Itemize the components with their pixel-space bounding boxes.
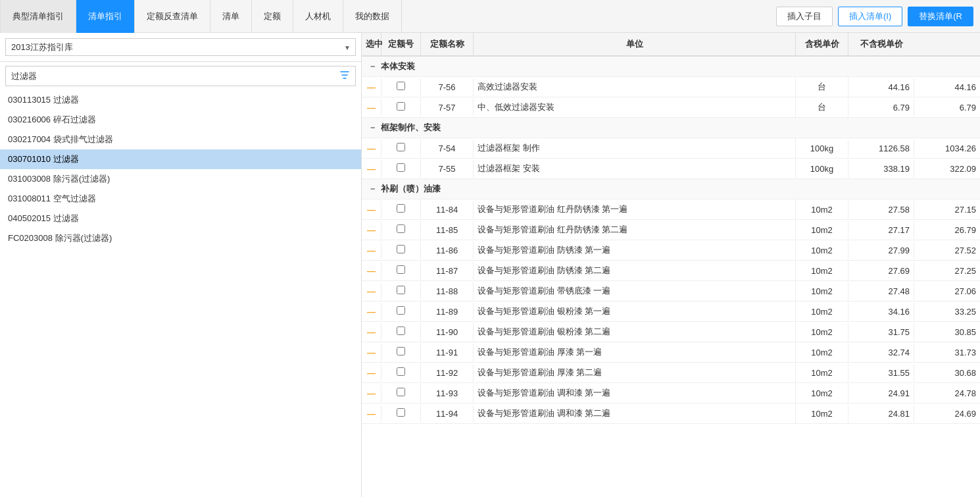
row-checkbox[interactable] (397, 245, 405, 253)
table-row: — 11-86 设备与矩形管道刷油 防锈漆 第一遍 10m2 27.99 27.… (362, 240, 980, 261)
row-checkbox[interactable] (397, 306, 405, 315)
row-quota-no: 11-90 (421, 323, 474, 341)
row-unit: 10m2 (796, 262, 848, 280)
row-checkbox-cell (381, 282, 421, 300)
th-quota-name: 定额名称 (421, 33, 474, 55)
th-quota-no: 定额号 (381, 33, 421, 55)
row-notax-price: 33.25 (914, 303, 980, 321)
tab-quota[interactable]: 定额 (252, 0, 293, 33)
list-item[interactable]: 030113015 过滤器 (0, 90, 361, 110)
row-quota-no: 11-92 (421, 364, 474, 382)
row-checkbox-cell (381, 98, 421, 117)
tab-manpower[interactable]: 人材机 (293, 0, 343, 33)
nav-actions: 插入子目 插入清单(I) 替换清单(R (776, 7, 980, 26)
table-row: — 11-91 设备与矩形管道刷油 厚漆 第一遍 10m2 32.74 31.7… (362, 342, 980, 363)
row-unit: 台 (796, 77, 848, 97)
section-toggle[interactable]: － (368, 122, 377, 134)
row-notax-price: 1034.26 (914, 140, 980, 157)
row-checkbox[interactable] (397, 286, 405, 294)
table-row: — 11-84 设备与矩形管道刷油 红丹防锈漆 第一遍 10m2 27.58 2… (362, 199, 980, 220)
row-name: 设备与矩形管道刷油 厚漆 第一遍 (474, 342, 796, 362)
row-tax-price: 27.48 (848, 282, 914, 300)
row-checkbox[interactable] (397, 224, 405, 233)
list-item[interactable]: 030217004 袋式排气过滤器 (0, 130, 361, 149)
row-checkbox[interactable] (397, 347, 405, 355)
row-checkbox[interactable] (397, 163, 405, 172)
row-checkbox-cell (381, 221, 421, 239)
row-checkbox[interactable] (397, 367, 405, 376)
row-checkbox[interactable] (397, 327, 405, 335)
tab-typical[interactable]: 典型清单指引 (0, 0, 76, 33)
list-item[interactable]: 030701010 过滤器 (0, 149, 361, 169)
row-name: 设备与矩形管道刷油 带锈底漆 一遍 (474, 281, 796, 301)
row-unit: 100kg (796, 140, 848, 157)
table-body: －本体安装 — 7-56 高效过滤器安装 台 44.16 44.16 — 7-5… (362, 57, 980, 497)
row-unit: 10m2 (796, 303, 848, 321)
table-row: — 11-87 设备与矩形管道刷油 防锈漆 第二遍 10m2 27.69 27.… (362, 261, 980, 281)
insert-child-button[interactable]: 插入子目 (776, 7, 833, 26)
row-quota-no: 7-56 (421, 78, 474, 96)
row-checkbox-cell (381, 302, 421, 321)
row-checkbox[interactable] (397, 143, 405, 151)
row-unit: 10m2 (796, 221, 848, 239)
row-quota-no: 11-88 (421, 282, 474, 300)
list-item[interactable]: 040502015 过滤器 (0, 209, 361, 228)
row-dash: — (362, 282, 381, 300)
list-item[interactable]: 031008011 空气过滤器 (0, 189, 361, 209)
section-toggle[interactable]: － (368, 183, 377, 195)
search-input[interactable] (6, 68, 334, 84)
search-bar (5, 66, 356, 86)
db-select-wrapper: 2013江苏指引库 (5, 38, 356, 56)
row-dash: — (362, 364, 381, 382)
insert-list-button[interactable]: 插入清单(I) (838, 7, 902, 26)
row-dash: — (362, 262, 381, 280)
list-item[interactable]: 031003008 除污器(过滤器) (0, 169, 361, 189)
row-checkbox[interactable] (397, 102, 405, 111)
row-tax-price: 24.81 (848, 405, 914, 423)
row-tax-price: 338.19 (848, 160, 914, 178)
tab-list-guide[interactable]: 清单指引 (76, 0, 135, 33)
row-checkbox[interactable] (397, 408, 405, 417)
row-checkbox-cell (381, 200, 421, 219)
row-quota-no: 7-54 (421, 140, 474, 157)
table-row: — 7-56 高效过滤器安装 台 44.16 44.16 (362, 77, 980, 97)
row-dash: — (362, 140, 381, 157)
replace-list-button[interactable]: 替换清单(R (908, 7, 973, 26)
table-row: — 7-54 过滤器框架 制作 100kg 1126.58 1034.26 (362, 138, 980, 159)
row-notax-price: 44.16 (914, 78, 980, 96)
row-name: 设备与矩形管道刷油 银粉漆 第一遍 (474, 301, 796, 321)
row-notax-price: 27.06 (914, 282, 980, 300)
main-layout: 2013江苏指引库 030113015 过滤器030216006 碎石过滤器03… (0, 33, 980, 497)
left-list: 030113015 过滤器030216006 碎石过滤器030217004 袋式… (0, 90, 361, 497)
list-item[interactable]: 030216006 碎石过滤器 (0, 110, 361, 130)
table-row: — 7-57 中、低效过滤器安装 台 6.79 6.79 (362, 97, 980, 118)
row-checkbox[interactable] (397, 82, 405, 90)
tab-mydata[interactable]: 我的数据 (343, 0, 402, 33)
row-checkbox[interactable] (397, 204, 405, 213)
section-label: 补刷（喷）油漆 (381, 183, 441, 195)
row-notax-price: 322.09 (914, 160, 980, 178)
search-icon-button[interactable] (334, 66, 355, 86)
tab-quota-reverse[interactable]: 定额反查清单 (135, 0, 210, 33)
row-notax-price: 27.25 (914, 262, 980, 280)
row-name: 过滤器框架 安装 (474, 159, 796, 178)
row-unit: 100kg (796, 160, 848, 178)
row-checkbox[interactable] (397, 265, 405, 274)
row-notax-price: 30.85 (914, 323, 980, 341)
tab-list[interactable]: 清单 (210, 0, 252, 33)
row-notax-price: 6.79 (914, 99, 980, 117)
row-tax-price: 44.16 (848, 78, 914, 96)
section-label: 本体安装 (381, 61, 415, 72)
row-name: 设备与矩形管道刷油 调和漆 第一遍 (474, 383, 796, 403)
row-quota-no: 11-87 (421, 262, 474, 280)
db-select[interactable]: 2013江苏指引库 (5, 38, 356, 56)
filter-icon (339, 70, 350, 80)
list-item[interactable]: FC0203008 除污器(过滤器) (0, 228, 361, 248)
row-quota-no: 11-93 (421, 384, 474, 402)
row-checkbox[interactable] (397, 388, 405, 396)
section-header-paint: －补刷（喷）油漆 (362, 179, 980, 199)
section-toggle[interactable]: － (368, 61, 377, 72)
row-name: 设备与矩形管道刷油 厚漆 第二遍 (474, 363, 796, 382)
row-checkbox-cell (381, 323, 421, 341)
row-unit: 10m2 (796, 364, 848, 382)
